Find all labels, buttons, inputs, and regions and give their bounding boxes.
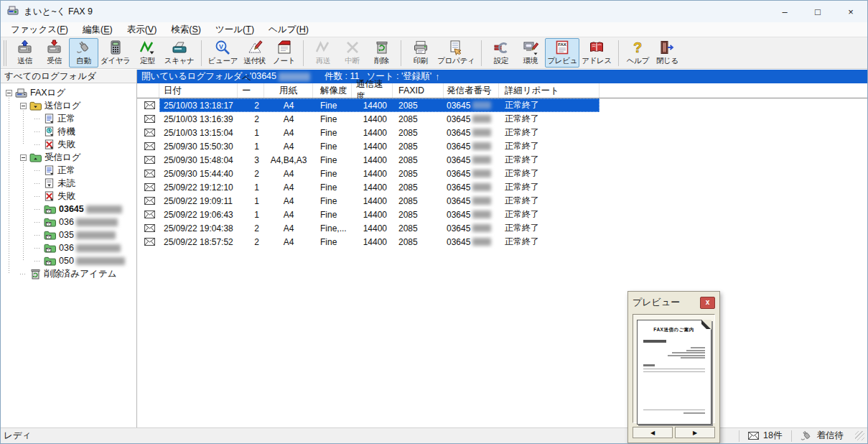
tree-item-label: 036 (59, 243, 74, 253)
column-header-date[interactable]: 日付 (159, 83, 238, 98)
print-icon (413, 40, 429, 55)
subject-line (643, 364, 705, 372)
toolbar-button-label: アドレス (582, 56, 612, 66)
doc-fail-icon (44, 139, 55, 150)
column-header-faxid[interactable]: FAXID (393, 83, 444, 98)
cell-faxid: 2085 (393, 167, 444, 180)
menu-item-h[interactable]: ヘルプ(H) (261, 22, 316, 37)
maximize-button[interactable]: □ (801, 1, 834, 22)
cell-report: 正常終了 (499, 139, 599, 153)
tree-item-削除済みアイテム[interactable]: 削除済みアイテム (1, 267, 136, 280)
tree-item-失敗[interactable]: 失敗 (1, 138, 136, 151)
tree-item-label: 送信ログ (45, 100, 81, 112)
table-row[interactable]: 25/09/22 19:12:101A4Fine14400208503645正常… (141, 180, 867, 194)
tree-item-正常[interactable]: 正常 (1, 164, 136, 177)
folder-number-icon (44, 217, 56, 227)
tree-item-036[interactable]: 036 (1, 216, 136, 228)
tree-stub-line (34, 209, 41, 210)
page-fold-corner (701, 320, 711, 330)
toolbar-button-template[interactable]: 定型 (133, 38, 162, 68)
preview-close-button[interactable]: x (700, 297, 715, 309)
collapse-expander-icon[interactable] (6, 90, 12, 96)
tree-item-03645[interactable]: 03645 (1, 203, 136, 216)
preview-title-bar[interactable]: プレビュー x (628, 292, 719, 313)
faxlog-icon (15, 88, 27, 98)
menu-item-e[interactable]: 編集(E) (75, 22, 120, 37)
toolbar-button-dialer[interactable]: ダイヤラ (98, 38, 133, 68)
toolbar-button-plug[interactable]: 自動 (69, 38, 98, 68)
column-header-report[interactable]: 詳細リポート (499, 83, 599, 98)
folder-send-icon (29, 101, 42, 111)
toolbar-button-help[interactable]: ?ヘルプ (623, 38, 653, 68)
cell-paper: A4 (264, 221, 313, 235)
toolbar-button-coversheet[interactable]: 送付状 (240, 38, 269, 68)
toolbar-button-properties[interactable]: プロパティ (435, 38, 477, 68)
column-header-paper[interactable]: 用紙 (264, 83, 313, 98)
column-header-speed[interactable]: 通信速度 (352, 83, 393, 98)
cell-speed: 14400 (352, 167, 393, 180)
tree-item-送信ログ[interactable]: 送信ログ (1, 99, 136, 112)
toolbar-button-address[interactable]: アドレス (579, 38, 614, 68)
column-header-icon[interactable] (141, 83, 159, 98)
column-header-pages[interactable]: ページ (238, 83, 264, 98)
menu-item-f[interactable]: ファックス(F) (4, 22, 75, 37)
toolbar-button-settings[interactable]: 設定 (486, 38, 515, 68)
table-row[interactable]: 25/09/22 19:04:382A4Fine,...144002085036… (141, 221, 867, 235)
tree-item-FAXログ[interactable]: FAXログ (1, 86, 136, 99)
cell-date: 25/09/30 15:50:30 (159, 139, 238, 153)
column-header-res[interactable]: 解像度 (313, 83, 352, 98)
table-row[interactable]: 25/09/22 19:09:111A4Fine14400208503645正常… (141, 194, 867, 208)
toolbar-button-fax-preview[interactable]: FAXプレビュ (545, 38, 579, 68)
tree-item-035[interactable]: 035 (1, 228, 136, 241)
abort-icon (345, 40, 360, 55)
toolbar-button-label: プレビュ (547, 56, 577, 66)
toolbar-button-delete[interactable]: 削除 (367, 38, 396, 68)
cell-caller: 03645 (444, 194, 499, 208)
cell-faxid: 2085 (393, 208, 444, 221)
redacted-caller-digits (472, 156, 491, 164)
tree-item-失敗[interactable]: 失敗 (1, 190, 136, 203)
minimize-button[interactable]: – (768, 1, 801, 22)
tree-item-036[interactable]: 036 (1, 241, 136, 254)
toolbar-button-fax-receive[interactable]: 受信 (39, 38, 69, 68)
menu-item-v[interactable]: 表示(V) (120, 22, 164, 37)
redacted-caller-digits (472, 101, 491, 109)
tree-item-未読[interactable]: 未読 (1, 177, 136, 190)
toolbar-button-print[interactable]: 印刷 (406, 38, 435, 68)
toolbar-button-viewer[interactable]: Vビューア (206, 38, 241, 68)
envelope-icon (141, 139, 159, 153)
table-row[interactable]: 25/09/30 15:48:043A4,B4,A3Fine1440020850… (141, 153, 867, 167)
table-row[interactable]: 25/09/22 19:06:431A4Fine14400208503645正常… (141, 208, 867, 221)
preview-next-page-button[interactable]: ▶ (675, 427, 715, 438)
envelope-icon (141, 167, 159, 180)
menu-item-s[interactable]: 検索(S) (164, 22, 208, 37)
toolbar-button-note[interactable]: ノート (269, 38, 299, 68)
toolbar-button-exit[interactable]: 閉じる (653, 38, 682, 68)
column-header-caller[interactable]: 発信者番号 (444, 83, 499, 98)
tree-item-label: 050 (59, 256, 74, 266)
toolbar-button-scanner[interactable]: スキャナ (162, 38, 197, 68)
table-row[interactable]: 25/10/03 13:16:392A4Fine14400208503645正常… (141, 112, 867, 126)
tree-item-050[interactable]: 050 (1, 254, 136, 267)
tree-item-正常[interactable]: 正常 (1, 112, 136, 125)
table-row[interactable]: 25/09/30 15:44:402A4Fine14400208503645正常… (141, 167, 867, 180)
toolbar-button-environment[interactable]: 環境 (515, 38, 545, 68)
table-row[interactable]: 25/10/03 13:15:041A4Fine14400208503645正常… (141, 126, 867, 139)
toolbar-grip[interactable] (4, 40, 6, 66)
table-row[interactable]: 25/09/22 18:57:522A4Fine14400208503645正常… (141, 235, 867, 249)
table-row[interactable]: 25/10/03 13:18:172A4Fine14400208503645正常… (141, 98, 867, 112)
doc-fail-icon (44, 191, 55, 202)
table-row[interactable]: 25/09/30 15:50:301A4Fine14400208503645正常… (141, 139, 867, 153)
resize-grip[interactable] (855, 431, 864, 440)
menu-item-t[interactable]: ツール(T) (208, 22, 261, 37)
preview-prev-page-button[interactable]: ◀ (633, 427, 673, 438)
toolbar-button-fax-send[interactable]: 送信 (10, 38, 39, 68)
tree-item-受信ログ[interactable]: 受信ログ (1, 151, 136, 164)
folder-number-icon (44, 230, 56, 240)
collapse-expander-icon[interactable] (20, 154, 27, 161)
tree-item-待機[interactable]: 待機 (1, 125, 136, 138)
coversheet-icon (247, 40, 263, 55)
collapse-expander-icon[interactable] (20, 103, 27, 109)
close-button[interactable]: × (834, 1, 867, 22)
fax-page-thumbnail[interactable]: FAX送信のご案内 (637, 320, 711, 425)
